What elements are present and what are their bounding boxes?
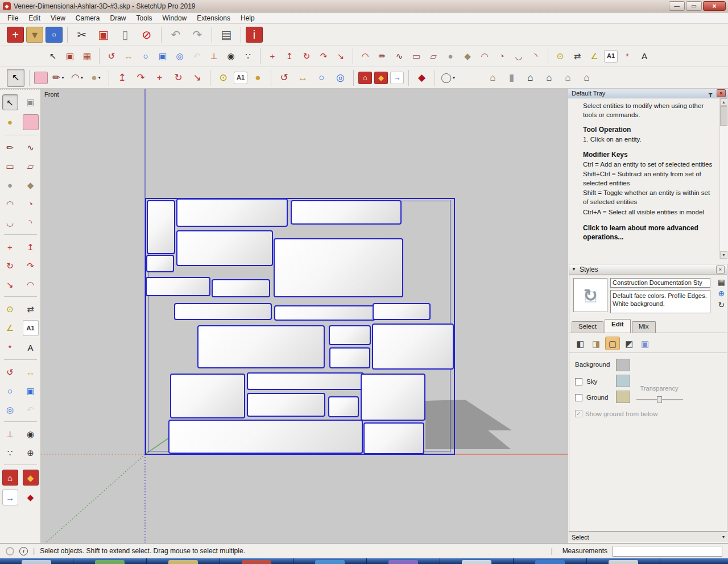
position-camera-button[interactable]: ⊥: [3, 426, 18, 441]
rotated-rectangle-button[interactable]: ▱: [23, 159, 38, 173]
select-tool-button[interactable]: ↖: [2, 94, 18, 110]
ashlar-block[interactable]: [170, 374, 245, 418]
save-button[interactable]: ▫: [46, 27, 63, 43]
tape-measure-button[interactable]: ⊙: [215, 69, 231, 86]
eraser-button[interactable]: [34, 72, 48, 84]
layout-button[interactable]: →: [2, 490, 18, 505]
shapes-dropdown[interactable]: ▾: [98, 75, 101, 80]
style-name-input[interactable]: Construction Documentation Sty: [610, 278, 710, 288]
tray-close-button[interactable]: ×: [717, 89, 726, 97]
tray-header[interactable]: Default Tray ┳ ×: [568, 89, 728, 98]
ashlar-block[interactable]: [176, 230, 273, 266]
ashlar-block[interactable]: [363, 422, 424, 454]
scrollbar-thumb[interactable]: [720, 106, 727, 126]
scale-button[interactable]: ↘: [189, 69, 205, 86]
rotate-button[interactable]: ↻: [3, 258, 18, 273]
taskbar-app-icon[interactable]: [242, 560, 271, 564]
modeling-settings-button[interactable]: ▣: [638, 337, 652, 350]
menu-window[interactable]: Window: [158, 13, 192, 23]
ashlar-block[interactable]: [212, 279, 270, 297]
ashlar-block[interactable]: [329, 325, 371, 345]
menu-tools[interactable]: Tools: [131, 13, 158, 23]
dimension-button[interactable]: ⇄: [570, 49, 585, 64]
close-button[interactable]: ×: [703, 1, 726, 11]
ashlar-block[interactable]: [146, 255, 174, 272]
taskbar-app-icon[interactable]: [22, 560, 51, 564]
zoom-extents-button[interactable]: ◎: [332, 69, 349, 86]
taskbar-app-icon[interactable]: [95, 560, 125, 564]
follow-me-button[interactable]: ↷: [316, 49, 331, 64]
select-tool-button[interactable]: ↖: [7, 69, 24, 87]
line-button[interactable]: ✏: [3, 140, 18, 155]
orbit-button[interactable]: ↺: [3, 364, 18, 379]
taskbar-app-icon[interactable]: [388, 560, 418, 564]
pan-button[interactable]: ↔: [121, 49, 136, 64]
pie-button[interactable]: ◔: [23, 196, 38, 211]
scale-button[interactable]: ↘: [333, 49, 348, 64]
ashlar-block[interactable]: [329, 347, 370, 368]
menu-view[interactable]: View: [46, 13, 71, 23]
circle-button[interactable]: ●: [3, 177, 18, 192]
menu-help[interactable]: Help: [235, 13, 260, 23]
menu-edit[interactable]: Edit: [23, 13, 46, 23]
new-file-button[interactable]: +: [7, 27, 24, 43]
position-camera-button[interactable]: ⊥: [206, 49, 221, 64]
follow-me-button[interactable]: ↷: [23, 258, 38, 273]
taskbar-app-icon[interactable]: [315, 560, 345, 564]
print-button[interactable]: ▤: [217, 26, 236, 44]
rotated-rectangle-button[interactable]: ▱: [426, 49, 441, 64]
previous-view-button[interactable]: ↶: [189, 49, 204, 64]
pan-button[interactable]: ↔: [23, 364, 38, 379]
copy-button[interactable]: ▣: [94, 26, 113, 44]
paint-bucket-button[interactable]: ●: [3, 114, 18, 129]
face-settings-button[interactable]: ◨: [589, 337, 603, 350]
2-point-arc-button[interactable]: ◡: [511, 49, 526, 64]
zoom-button[interactable]: ○: [138, 49, 153, 64]
update-style-button[interactable]: ↻: [718, 301, 725, 309]
ashlar-block[interactable]: [168, 420, 363, 454]
protractor-button[interactable]: ∠: [3, 320, 18, 335]
iso-view-button[interactable]: ⌂: [485, 69, 501, 86]
arc-button[interactable]: ◠: [477, 49, 492, 64]
extension-warehouse-button[interactable]: ◆: [374, 72, 388, 84]
ashlar-block[interactable]: [197, 325, 325, 368]
taskbar-app-icon[interactable]: [609, 560, 638, 564]
menu-file[interactable]: File: [2, 13, 23, 23]
erase-button[interactable]: ⊘: [137, 26, 156, 44]
scale-button[interactable]: ↘: [3, 277, 18, 292]
top-view-button[interactable]: ▮: [503, 69, 520, 86]
line-button[interactable]: ✏▾: [50, 69, 67, 86]
zoom-button[interactable]: ○: [3, 383, 18, 398]
offset-button[interactable]: ◠: [358, 49, 373, 64]
previous-view-button[interactable]: ↶: [23, 402, 38, 417]
ashlar-block[interactable]: [174, 303, 272, 320]
freehand-button[interactable]: ∿: [23, 140, 38, 155]
paint-bucket-button[interactable]: ●: [250, 69, 266, 86]
ashlar-block[interactable]: [274, 238, 403, 297]
ashlar-block[interactable]: [247, 372, 364, 390]
walk-button[interactable]: ∵: [3, 445, 18, 460]
taskbar-app-icon[interactable]: [462, 560, 491, 564]
ashlar-block[interactable]: [291, 200, 402, 225]
scroll-down-button[interactable]: ▼: [720, 251, 727, 259]
axes-button[interactable]: *: [3, 340, 18, 355]
sky-color-swatch[interactable]: [616, 375, 630, 387]
text-button[interactable]: A1: [234, 72, 247, 84]
3-point-arc-button[interactable]: ◝: [528, 49, 543, 64]
2-point-arc-button[interactable]: ◡: [3, 215, 18, 230]
transparency-slider[interactable]: [636, 396, 683, 403]
3d-warehouse-button[interactable]: ⌂: [358, 72, 372, 84]
push-pull-button[interactable]: ↥: [282, 49, 297, 64]
push-pull-button[interactable]: ↥: [23, 239, 38, 254]
styles-panel-header[interactable]: ▼ Styles ×: [569, 264, 727, 275]
freehand-button[interactable]: ∿: [392, 49, 407, 64]
walk-button[interactable]: ∵: [241, 49, 255, 64]
arc-button[interactable]: ◠: [3, 196, 18, 211]
account-dropdown[interactable]: ▾: [453, 75, 455, 80]
select-cursor-button[interactable]: ↖: [46, 49, 60, 64]
cut-button[interactable]: ✂: [72, 26, 92, 44]
protractor-button[interactable]: ∠: [587, 49, 602, 64]
undo-button[interactable]: ↶: [166, 26, 185, 44]
edge-settings-button[interactable]: ◧: [573, 337, 587, 350]
menu-camera[interactable]: Camera: [71, 13, 105, 23]
